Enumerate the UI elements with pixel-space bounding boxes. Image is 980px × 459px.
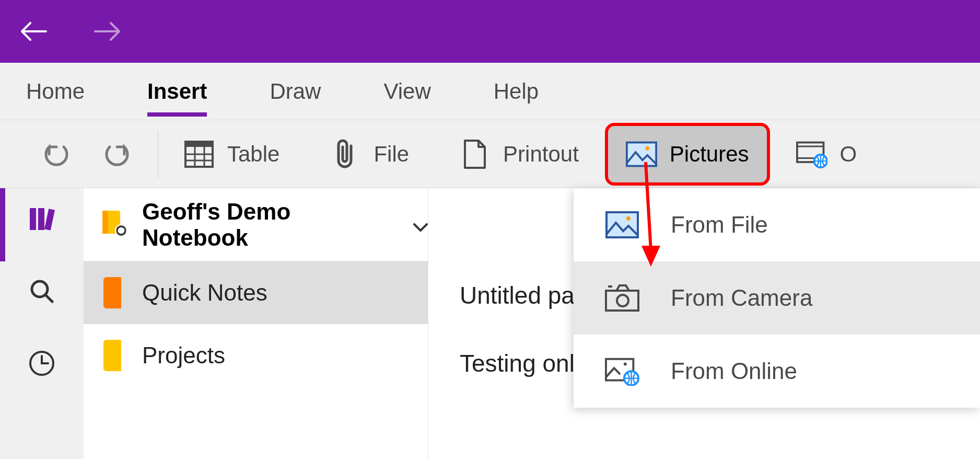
svg-point-7 xyxy=(645,146,649,151)
search-button[interactable] xyxy=(27,276,57,306)
tab-view[interactable]: View xyxy=(383,74,430,109)
tab-draw[interactable]: Draw xyxy=(270,74,321,109)
recent-button[interactable] xyxy=(27,348,57,378)
svg-line-16 xyxy=(45,295,52,302)
pictures-dropdown: From File From Camera From Online xyxy=(574,188,980,408)
dropdown-label: From Camera xyxy=(671,285,812,311)
dropdown-label: From Online xyxy=(671,358,797,384)
camera-icon xyxy=(605,281,639,315)
sections-panel: Geoff's Demo Notebook Quick Notes Projec… xyxy=(84,188,428,459)
insert-printout-label: Printout xyxy=(503,142,579,167)
insert-file-button[interactable]: File xyxy=(315,129,424,179)
tab-home[interactable]: Home xyxy=(26,74,85,109)
insert-table-button[interactable]: Table xyxy=(169,129,294,179)
picture-icon xyxy=(605,208,639,242)
svg-rect-21 xyxy=(606,212,638,237)
tab-insert[interactable]: Insert xyxy=(147,74,207,109)
notebook-picker[interactable]: Geoff's Demo Notebook xyxy=(84,188,428,261)
picture-globe-icon xyxy=(605,354,639,388)
svg-rect-1 xyxy=(185,142,213,147)
nav-rail-accent xyxy=(0,188,5,261)
paperclip-icon xyxy=(330,139,361,170)
tab-help[interactable]: Help xyxy=(494,74,539,109)
insert-table-label: Table xyxy=(227,142,279,167)
dropdown-label: From File xyxy=(671,212,768,238)
back-button[interactable] xyxy=(21,18,47,44)
section-color-tab xyxy=(103,340,121,371)
ribbon: Table File Printout Pictures xyxy=(0,120,980,188)
arrow-right-icon xyxy=(94,22,120,41)
picture-icon xyxy=(626,139,657,170)
film-globe-icon xyxy=(796,139,827,170)
insert-printout-button[interactable]: Printout xyxy=(445,129,593,179)
ribbon-separator xyxy=(158,131,158,178)
notebook-sync-icon xyxy=(99,208,129,242)
tab-strip: Home Insert Draw View Help xyxy=(0,63,980,120)
page-title: Untitled pa xyxy=(460,281,575,309)
redo-button[interactable] xyxy=(87,129,147,179)
chevron-down-icon xyxy=(413,212,428,238)
title-bar xyxy=(0,0,980,63)
redo-icon xyxy=(101,139,133,170)
nav-rail xyxy=(0,188,84,459)
section-label: Projects xyxy=(142,342,225,369)
notebooks-button[interactable] xyxy=(27,204,57,234)
table-icon xyxy=(183,139,215,170)
pictures-from-online[interactable]: From Online xyxy=(574,335,980,408)
svg-rect-6 xyxy=(627,142,656,166)
books-icon xyxy=(27,204,57,234)
section-color-tab xyxy=(103,277,121,308)
pictures-from-file[interactable]: From File xyxy=(574,188,980,261)
section-label: Quick Notes xyxy=(142,280,267,306)
insert-pictures-button[interactable]: Pictures xyxy=(605,123,770,186)
arrow-left-icon xyxy=(21,22,47,41)
forward-button[interactable] xyxy=(94,18,120,44)
svg-rect-12 xyxy=(30,208,36,230)
undo-button[interactable] xyxy=(26,129,87,179)
notebook-name: Geoff's Demo Notebook xyxy=(142,199,394,251)
svg-rect-14 xyxy=(44,209,55,231)
undo-icon xyxy=(41,139,72,170)
insert-online-video-label: O xyxy=(840,142,857,167)
page-title: Testing only xyxy=(460,349,587,377)
insert-online-video-button[interactable]: O xyxy=(781,129,872,179)
svg-rect-23 xyxy=(606,291,638,311)
svg-rect-13 xyxy=(38,208,44,230)
section-item[interactable]: Quick Notes xyxy=(84,261,428,324)
svg-point-22 xyxy=(626,216,631,221)
svg-point-27 xyxy=(624,363,627,366)
pictures-from-camera[interactable]: From Camera xyxy=(574,261,980,335)
search-icon xyxy=(28,278,55,305)
page-icon xyxy=(459,139,491,170)
clock-icon xyxy=(28,350,55,377)
svg-point-24 xyxy=(617,295,628,306)
insert-file-label: File xyxy=(374,142,409,167)
section-item[interactable]: Projects xyxy=(84,324,428,387)
svg-rect-19 xyxy=(102,211,108,234)
insert-pictures-label: Pictures xyxy=(670,142,749,167)
